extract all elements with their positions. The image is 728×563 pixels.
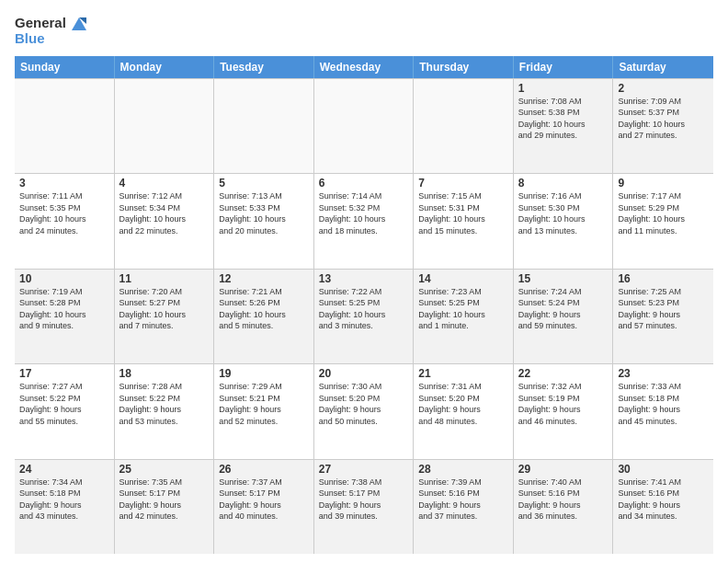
calendar-row-2: 10Sunrise: 7:19 AMSunset: 5:28 PMDayligh…	[15, 270, 713, 365]
day-info: Sunrise: 7:29 AMSunset: 5:21 PMDaylight:…	[219, 381, 309, 427]
day-info: Sunrise: 7:09 AMSunset: 5:37 PMDaylight:…	[618, 96, 709, 142]
day-number: 25	[119, 463, 210, 476]
day-info: Sunrise: 7:23 AMSunset: 5:25 PMDaylight:…	[418, 286, 508, 332]
calendar-cell-2-2: 12Sunrise: 7:21 AMSunset: 5:26 PMDayligh…	[214, 270, 314, 364]
day-number: 8	[518, 177, 609, 190]
calendar-cell-0-4	[414, 79, 514, 174]
day-number: 23	[618, 367, 709, 380]
day-info: Sunrise: 7:28 AMSunset: 5:22 PMDaylight:…	[119, 381, 210, 427]
day-info: Sunrise: 7:38 AMSunset: 5:17 PMDaylight:…	[319, 477, 409, 523]
day-number: 13	[319, 272, 409, 285]
day-number: 7	[418, 177, 508, 190]
calendar-cell-0-5: 1Sunrise: 7:08 AMSunset: 5:38 PMDaylight…	[514, 79, 614, 174]
calendar-cell-2-5: 15Sunrise: 7:24 AMSunset: 5:24 PMDayligh…	[514, 270, 614, 364]
day-number: 1	[518, 82, 609, 95]
calendar-cell-4-3: 27Sunrise: 7:38 AMSunset: 5:17 PMDayligh…	[314, 460, 415, 555]
day-number: 21	[418, 367, 508, 380]
calendar-cell-3-4: 21Sunrise: 7:31 AMSunset: 5:20 PMDayligh…	[414, 364, 514, 459]
calendar-cell-0-6: 2Sunrise: 7:09 AMSunset: 5:37 PMDaylight…	[613, 79, 713, 174]
day-number: 5	[219, 177, 309, 190]
day-info: Sunrise: 7:25 AMSunset: 5:23 PMDaylight:…	[618, 286, 709, 332]
calendar-cell-4-0: 24Sunrise: 7:34 AMSunset: 5:18 PMDayligh…	[15, 460, 115, 555]
calendar-cell-3-5: 22Sunrise: 7:32 AMSunset: 5:19 PMDayligh…	[514, 364, 614, 459]
calendar-cell-3-3: 20Sunrise: 7:30 AMSunset: 5:20 PMDayligh…	[314, 364, 415, 459]
calendar-cell-3-6: 23Sunrise: 7:33 AMSunset: 5:18 PMDayligh…	[613, 364, 713, 459]
calendar-cell-4-1: 25Sunrise: 7:35 AMSunset: 5:17 PMDayligh…	[115, 460, 215, 555]
calendar-cell-1-3: 6Sunrise: 7:14 AMSunset: 5:32 PMDaylight…	[314, 174, 415, 269]
calendar-row-3: 17Sunrise: 7:27 AMSunset: 5:22 PMDayligh…	[15, 364, 713, 460]
calendar-cell-1-5: 8Sunrise: 7:16 AMSunset: 5:30 PMDaylight…	[514, 174, 614, 269]
calendar-cell-0-0	[15, 79, 115, 174]
calendar-header: SundayMondayTuesdayWednesdayThursdayFrid…	[15, 56, 713, 78]
day-number: 4	[119, 177, 210, 190]
calendar-cell-3-0: 17Sunrise: 7:27 AMSunset: 5:22 PMDayligh…	[15, 364, 115, 459]
header-day-saturday: Saturday	[613, 56, 713, 78]
day-info: Sunrise: 7:16 AMSunset: 5:30 PMDaylight:…	[518, 190, 609, 236]
header-day-wednesday: Wednesday	[314, 56, 415, 78]
calendar-cell-1-0: 3Sunrise: 7:11 AMSunset: 5:35 PMDaylight…	[15, 174, 115, 269]
day-number: 14	[418, 272, 508, 285]
day-number: 30	[618, 463, 709, 476]
header: General Blue	[15, 15, 713, 47]
calendar-cell-0-3	[314, 79, 415, 174]
calendar-cell-4-5: 29Sunrise: 7:40 AMSunset: 5:16 PMDayligh…	[514, 460, 614, 555]
day-info: Sunrise: 7:24 AMSunset: 5:24 PMDaylight:…	[518, 286, 609, 332]
day-number: 15	[518, 272, 609, 285]
calendar-cell-1-1: 4Sunrise: 7:12 AMSunset: 5:34 PMDaylight…	[115, 174, 215, 269]
calendar-body: 1Sunrise: 7:08 AMSunset: 5:38 PMDaylight…	[15, 78, 713, 555]
calendar-cell-4-6: 30Sunrise: 7:41 AMSunset: 5:16 PMDayligh…	[613, 460, 713, 555]
day-number: 6	[319, 177, 409, 190]
day-number: 18	[119, 367, 210, 380]
calendar-cell-2-1: 11Sunrise: 7:20 AMSunset: 5:27 PMDayligh…	[115, 270, 215, 364]
day-number: 28	[418, 463, 508, 476]
day-info: Sunrise: 7:14 AMSunset: 5:32 PMDaylight:…	[319, 190, 409, 236]
day-info: Sunrise: 7:39 AMSunset: 5:16 PMDaylight:…	[418, 477, 508, 523]
day-number: 12	[219, 272, 309, 285]
day-info: Sunrise: 7:20 AMSunset: 5:27 PMDaylight:…	[119, 286, 210, 332]
header-day-monday: Monday	[115, 56, 215, 78]
day-number: 24	[19, 463, 109, 476]
day-info: Sunrise: 7:32 AMSunset: 5:19 PMDaylight:…	[518, 381, 609, 427]
day-info: Sunrise: 7:41 AMSunset: 5:16 PMDaylight:…	[618, 477, 709, 523]
calendar-cell-4-2: 26Sunrise: 7:37 AMSunset: 5:17 PMDayligh…	[214, 460, 314, 555]
calendar-cell-3-1: 18Sunrise: 7:28 AMSunset: 5:22 PMDayligh…	[115, 364, 215, 459]
calendar-row-0: 1Sunrise: 7:08 AMSunset: 5:38 PMDaylight…	[15, 78, 713, 175]
header-day-sunday: Sunday	[15, 56, 115, 78]
calendar-cell-2-6: 16Sunrise: 7:25 AMSunset: 5:23 PMDayligh…	[613, 270, 713, 364]
day-number: 27	[319, 463, 409, 476]
day-number: 19	[219, 367, 309, 380]
day-number: 22	[518, 367, 609, 380]
day-number: 20	[319, 367, 409, 380]
day-info: Sunrise: 7:15 AMSunset: 5:31 PMDaylight:…	[418, 190, 508, 236]
day-info: Sunrise: 7:31 AMSunset: 5:20 PMDaylight:…	[418, 381, 508, 427]
header-day-thursday: Thursday	[414, 56, 514, 78]
day-info: Sunrise: 7:40 AMSunset: 5:16 PMDaylight:…	[518, 477, 609, 523]
day-info: Sunrise: 7:12 AMSunset: 5:34 PMDaylight:…	[119, 190, 210, 236]
day-number: 10	[19, 272, 109, 285]
day-number: 17	[19, 367, 109, 380]
calendar-cell-1-2: 5Sunrise: 7:13 AMSunset: 5:33 PMDaylight…	[214, 174, 314, 269]
day-number: 2	[618, 82, 709, 95]
day-info: Sunrise: 7:35 AMSunset: 5:17 PMDaylight:…	[119, 477, 210, 523]
day-number: 9	[618, 177, 709, 190]
day-info: Sunrise: 7:11 AMSunset: 5:35 PMDaylight:…	[19, 190, 109, 236]
day-number: 11	[119, 272, 210, 285]
day-info: Sunrise: 7:27 AMSunset: 5:22 PMDaylight:…	[19, 381, 109, 427]
calendar-cell-4-4: 28Sunrise: 7:39 AMSunset: 5:16 PMDayligh…	[414, 460, 514, 555]
day-info: Sunrise: 7:37 AMSunset: 5:17 PMDaylight:…	[219, 477, 309, 523]
day-number: 16	[618, 272, 709, 285]
logo: General Blue	[15, 15, 86, 47]
header-day-friday: Friday	[514, 56, 614, 78]
day-info: Sunrise: 7:17 AMSunset: 5:29 PMDaylight:…	[618, 190, 709, 236]
calendar-cell-1-4: 7Sunrise: 7:15 AMSunset: 5:31 PMDaylight…	[414, 174, 514, 269]
page: General Blue SundayMondayTuesdayWednesda…	[0, 0, 728, 563]
calendar-cell-2-3: 13Sunrise: 7:22 AMSunset: 5:25 PMDayligh…	[314, 270, 415, 364]
day-info: Sunrise: 7:13 AMSunset: 5:33 PMDaylight:…	[219, 190, 309, 236]
day-info: Sunrise: 7:22 AMSunset: 5:25 PMDaylight:…	[319, 286, 409, 332]
day-number: 29	[518, 463, 609, 476]
day-info: Sunrise: 7:33 AMSunset: 5:18 PMDaylight:…	[618, 381, 709, 427]
calendar: SundayMondayTuesdayWednesdayThursdayFrid…	[15, 56, 713, 555]
calendar-row-1: 3Sunrise: 7:11 AMSunset: 5:35 PMDaylight…	[15, 174, 713, 270]
day-info: Sunrise: 7:08 AMSunset: 5:38 PMDaylight:…	[518, 96, 609, 142]
day-number: 26	[219, 463, 309, 476]
